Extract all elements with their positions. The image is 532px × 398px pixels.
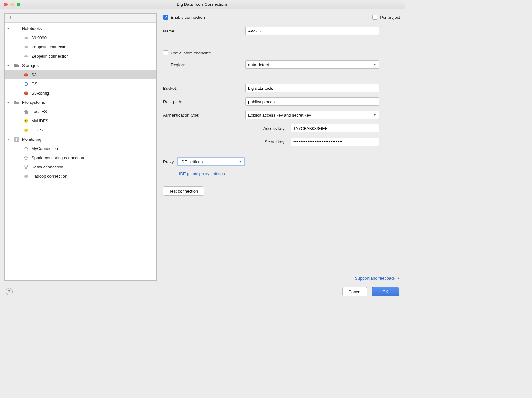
name-label: Name: [163, 29, 245, 33]
hex-blue-icon [23, 81, 29, 87]
storage-icon [14, 63, 19, 68]
elephant-icon [23, 127, 29, 133]
tree-group[interactable]: ▾ File systems [5, 98, 156, 107]
cancel-button[interactable]: Cancel [342, 287, 367, 296]
tree-group[interactable]: ▾ Monitoring [5, 135, 156, 144]
tree-item[interactable]: S3-config [5, 89, 156, 98]
chevron-down-icon: ▼ [373, 63, 376, 66]
tree-item-label: Zeppelin connection [32, 54, 68, 59]
connections-sidebar: + − ▾ Notebooks 39:9090 Zeppelin connect… [4, 13, 157, 281]
tree-group-label: File systems [22, 100, 45, 105]
window-close-icon[interactable] [4, 3, 8, 6]
proxy-label: Proxy [163, 160, 174, 164]
checkbox-icon: ✓ [163, 15, 168, 20]
region-value: auto-detect [248, 62, 269, 67]
disc-icon [23, 44, 29, 50]
root-path-input[interactable] [245, 97, 379, 106]
tree-item-label: Spark monitoring connection [32, 155, 84, 160]
tree-group-label: Storages [22, 63, 39, 68]
chevron-down-icon: ▼ [397, 277, 400, 280]
support-feedback-link[interactable]: Support and feedback [355, 276, 395, 281]
access-key-label: Access key: [163, 126, 291, 131]
elephant-icon [23, 118, 29, 124]
chevron-down-icon: ▾ [7, 64, 11, 67]
svg-point-2 [24, 55, 28, 57]
window-maximize-icon[interactable] [17, 3, 20, 6]
auth-type-select[interactable]: Explicit access key and secret key ▼ [245, 111, 379, 119]
help-button[interactable]: ? [6, 288, 13, 295]
svg-point-4 [24, 119, 28, 123]
checkbox-icon [163, 50, 168, 55]
bucket-input[interactable] [245, 84, 379, 92]
tree-item-label: MyConnection [32, 146, 58, 151]
svg-point-13 [25, 176, 26, 176]
tree-item[interactable]: MyConnection [5, 144, 156, 153]
tree-item[interactable]: Zeppelin connection [5, 52, 156, 61]
home-icon [23, 109, 29, 115]
chevron-down-icon: ▾ [7, 101, 11, 104]
remove-connection-button[interactable]: − [17, 15, 21, 21]
chevron-down-icon: ▾ [7, 138, 11, 141]
tree-item-label: LocalFS [32, 109, 47, 114]
tree-item[interactable]: Spark monitoring connection [5, 153, 156, 162]
proxy-settings-link[interactable]: IDE global proxy settings [179, 171, 225, 176]
svg-rect-8 [14, 138, 19, 141]
secret-key-input[interactable] [291, 138, 379, 146]
enable-connection-checkbox[interactable]: ✓ Enable connection [163, 15, 205, 20]
tree-item-label: Hadoop connection [32, 174, 67, 179]
cube-red-icon [23, 72, 29, 78]
access-key-input[interactable] [291, 124, 379, 132]
disc-icon [23, 53, 29, 59]
tree-item[interactable]: Hadoop connection [5, 172, 156, 181]
window-minimize-icon [10, 3, 14, 6]
tree-item[interactable]: HDFS [5, 125, 156, 135]
ok-button[interactable]: OK [372, 287, 399, 296]
proxy-value: IDE settings [180, 160, 203, 164]
tree-item-label: S3 [32, 72, 37, 77]
custom-endpoint-label: Use custom endpoint: [171, 51, 211, 55]
connection-settings-panel: ✓ Enable connection Per project Name: Us… [163, 13, 400, 281]
bucket-label: Bucket: [163, 86, 245, 91]
custom-endpoint-checkbox[interactable]: Use custom endpoint: [163, 50, 211, 55]
per-project-label: Per project [380, 15, 400, 20]
star-icon [23, 146, 29, 152]
tree-group-label: Notebooks [22, 26, 42, 31]
grid-icon [14, 137, 19, 142]
checkbox-icon [372, 15, 377, 20]
tree-group-label: Monitoring [22, 137, 41, 142]
region-select[interactable]: auto-detect ▼ [245, 60, 379, 69]
tree-item-label: S3-config [32, 91, 49, 96]
svg-point-6 [24, 129, 28, 132]
lines-icon [14, 26, 19, 32]
tree-item-label: Kafka connection [32, 165, 63, 169]
window-title: Big Data Tools Connections [0, 2, 405, 7]
auth-type-label: Authentication type: [163, 113, 245, 117]
tree-group[interactable]: ▾ Storages [5, 61, 156, 70]
add-connection-button[interactable]: + [8, 15, 12, 21]
tree-item[interactable]: S3 [5, 70, 156, 79]
tree-item-label: MyHDFS [32, 118, 48, 123]
test-connection-button[interactable]: Test connection [163, 186, 204, 196]
tree-item[interactable]: Zeppelin connection [5, 42, 156, 52]
region-label: Region: [163, 62, 245, 67]
svg-point-0 [24, 37, 28, 39]
tree-group[interactable]: ▾ Notebooks [5, 24, 156, 33]
star-icon [23, 155, 29, 161]
connections-tree[interactable]: ▾ Notebooks 39:9090 Zeppelin connection … [5, 23, 156, 280]
tree-item[interactable]: GS [5, 79, 156, 89]
tree-item[interactable]: 39:9090 [5, 33, 156, 42]
nodes-icon [23, 164, 29, 170]
svg-point-12 [24, 175, 28, 178]
name-input[interactable] [245, 27, 379, 35]
tree-item[interactable]: LocalFS [5, 107, 156, 116]
folder-icon [14, 100, 19, 105]
per-project-checkbox[interactable]: Per project [372, 15, 400, 20]
cube-red-icon [23, 90, 29, 96]
tree-item[interactable]: MyHDFS [5, 116, 156, 125]
tree-item[interactable]: Kafka connection [5, 162, 156, 172]
tree-item-label: HDFS [32, 128, 43, 132]
disc-icon [23, 35, 29, 41]
root-path-label: Root path: [163, 99, 245, 104]
proxy-select[interactable]: IDE settings ▼ [177, 157, 245, 166]
chevron-down-icon: ▼ [239, 160, 241, 163]
